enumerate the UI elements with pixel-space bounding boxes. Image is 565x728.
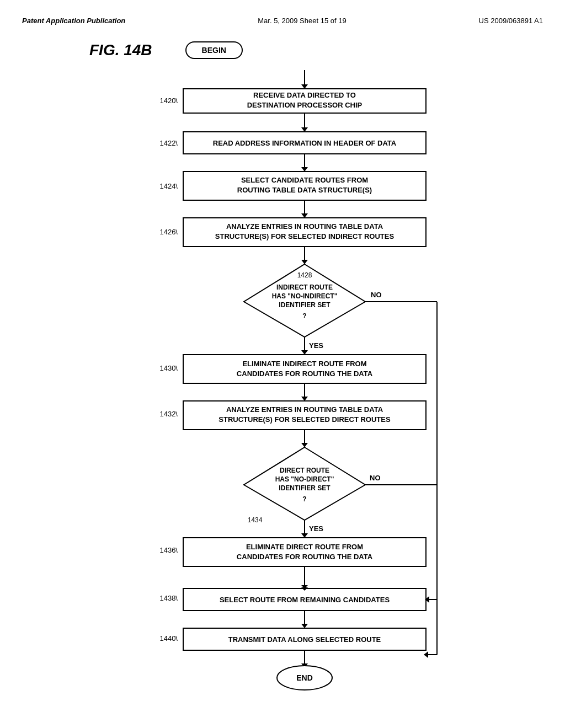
svg-marker-58 bbox=[301, 533, 308, 538]
svg-text:1430\: 1430\ bbox=[159, 364, 178, 372]
svg-text:ANALYZE ENTRIES IN ROUTING TAB: ANALYZE ENTRIES IN ROUTING TABLE DATA bbox=[226, 222, 383, 231]
header-date-sheet: Mar. 5, 2009 Sheet 15 of 19 bbox=[258, 17, 346, 25]
svg-text:CANDIDATES FOR ROUTING THE DAT: CANDIDATES FOR ROUTING THE DATA bbox=[237, 370, 373, 378]
flowchart-svg: RECEIVE DATA DIRECTED TO DESTINATION PRO… bbox=[89, 65, 476, 704]
svg-text:INDIRECT ROUTE: INDIRECT ROUTE bbox=[276, 283, 333, 291]
svg-text:IDENTIFIER SET: IDENTIFIER SET bbox=[279, 484, 331, 492]
svg-marker-16 bbox=[301, 213, 308, 218]
header-patent-number: US 2009/063891 A1 bbox=[479, 17, 543, 25]
svg-text:?: ? bbox=[302, 495, 306, 503]
svg-text:1432\: 1432\ bbox=[159, 410, 178, 418]
svg-text:1438\: 1438\ bbox=[159, 594, 178, 602]
svg-text:DIRECT ROUTE: DIRECT ROUTE bbox=[280, 467, 329, 474]
svg-text:STRUCTURE(S) FOR SELECTED DIRE: STRUCTURE(S) FOR SELECTED DIRECT ROUTES bbox=[218, 415, 391, 424]
svg-text:IDENTIFIER SET: IDENTIFIER SET bbox=[279, 301, 331, 309]
svg-text:1422\: 1422\ bbox=[159, 139, 178, 147]
diagram-container: FIG. 14B BEGIN RECEIVE DATA DIRECTED TO … bbox=[22, 36, 543, 704]
svg-text:READ ADDRESS INFORMATION IN HE: READ ADDRESS INFORMATION IN HEADER OF DA… bbox=[213, 139, 397, 147]
svg-text:DESTINATION PROCESSOR CHIP: DESTINATION PROCESSOR CHIP bbox=[247, 101, 363, 109]
svg-text:1440\: 1440\ bbox=[159, 634, 178, 643]
svg-text:TRANSMIT DATA ALONG SELECTED R: TRANSMIT DATA ALONG SELECTED ROUTE bbox=[228, 635, 381, 644]
svg-marker-48 bbox=[301, 443, 308, 447]
svg-text:1426\: 1426\ bbox=[159, 228, 178, 236]
label-1420: RECEIVE DATA DIRECTED TO bbox=[253, 91, 356, 99]
svg-text:HAS "NO-DIRECT": HAS "NO-DIRECT" bbox=[275, 475, 334, 483]
svg-text:1434: 1434 bbox=[248, 516, 263, 524]
stepnum-1420: 1420\ bbox=[159, 97, 178, 105]
page-header: Patent Application Publication Mar. 5, 2… bbox=[22, 11, 543, 36]
svg-text:END: END bbox=[296, 673, 313, 682]
page: Patent Application Publication Mar. 5, 2… bbox=[0, 0, 565, 728]
svg-text:CANDIDATES FOR ROUTING THE DAT: CANDIDATES FOR ROUTING THE DATA bbox=[237, 553, 373, 561]
svg-text:1428: 1428 bbox=[297, 271, 312, 279]
svg-marker-35 bbox=[301, 350, 308, 355]
svg-marker-49 bbox=[244, 447, 365, 520]
figure-label: FIG. 14B bbox=[89, 41, 152, 59]
svg-text:YES: YES bbox=[309, 341, 323, 350]
svg-marker-42 bbox=[301, 397, 308, 401]
svg-text:SELECT CANDIDATE ROUTES FROM: SELECT CANDIDATE ROUTES FROM bbox=[241, 176, 368, 184]
svg-marker-33 bbox=[424, 651, 428, 658]
svg-rect-60 bbox=[183, 538, 426, 566]
svg-text:SELECT ROUTE FROM REMAINING CA: SELECT ROUTE FROM REMAINING CANDIDATES bbox=[220, 596, 390, 604]
svg-text:ANALYZE ENTRIES IN ROUTING TAB: ANALYZE ENTRIES IN ROUTING TABLE DATA bbox=[226, 405, 383, 414]
svg-text:STRUCTURE(S) FOR SELECTED INDI: STRUCTURE(S) FOR SELECTED INDIRECT ROUTE… bbox=[215, 232, 395, 240]
svg-text:?: ? bbox=[302, 312, 306, 320]
svg-text:ELIMINATE DIRECT ROUTE FROM: ELIMINATE DIRECT ROUTE FROM bbox=[246, 543, 363, 551]
svg-marker-5 bbox=[301, 127, 308, 132]
header-publication: Patent Application Publication bbox=[22, 17, 125, 25]
svg-rect-37 bbox=[183, 355, 426, 383]
begin-terminal: BEGIN bbox=[185, 41, 243, 59]
svg-text:1436\: 1436\ bbox=[159, 546, 178, 554]
svg-text:YES: YES bbox=[309, 524, 323, 533]
svg-marker-1 bbox=[301, 84, 308, 89]
svg-text:HAS "NO-INDIRECT": HAS "NO-INDIRECT" bbox=[272, 292, 338, 300]
svg-text:NO: NO bbox=[371, 291, 382, 299]
svg-text:NO: NO bbox=[370, 474, 381, 482]
svg-marker-75 bbox=[301, 624, 308, 628]
svg-text:1424\: 1424\ bbox=[159, 182, 178, 190]
svg-text:ROUTING TABLE DATA STRUCTURE(S: ROUTING TABLE DATA STRUCTURE(S) bbox=[237, 186, 372, 194]
svg-text:ELIMINATE INDIRECT ROUTE FROM: ELIMINATE INDIRECT ROUTE FROM bbox=[242, 360, 366, 368]
svg-marker-22 bbox=[301, 260, 308, 264]
svg-marker-10 bbox=[301, 167, 308, 172]
